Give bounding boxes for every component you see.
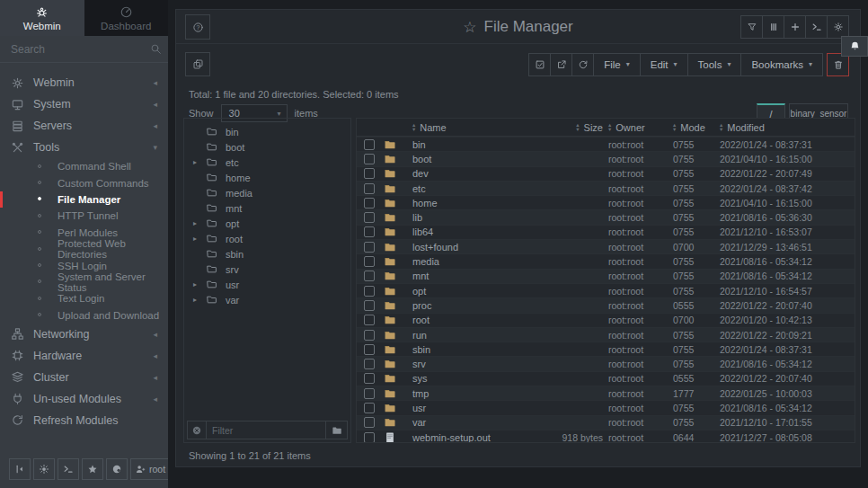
table-row[interactable]: homeroot:root07552021/04/10 - 16:15:00: [357, 195, 855, 209]
table-row[interactable]: mediaroot:root07552021/08/16 - 05:34:12: [357, 253, 855, 268]
table-row[interactable]: varroot:root07552021/12/10 - 17:01:55: [357, 415, 855, 430]
sort-icon[interactable]: ▴▾: [412, 123, 415, 131]
table-row[interactable]: runroot:root07552022/01/22 - 20:09:21: [357, 327, 855, 342]
cell-name[interactable]: boot: [412, 154, 522, 164]
sort-icon[interactable]: ▴▾: [673, 123, 676, 131]
cell-name[interactable]: etc: [412, 183, 522, 194]
tree-folder-button[interactable]: [325, 421, 347, 439]
cell-name[interactable]: var: [412, 417, 522, 428]
table-row[interactable]: lost+foundroot:root07002021/12/29 - 13:4…: [357, 239, 855, 253]
cell-name[interactable]: webmin-setup.out: [412, 432, 522, 443]
row-checkbox[interactable]: [364, 373, 375, 384]
table-row[interactable]: mntroot:root07552021/08/16 - 05:34:12: [357, 269, 855, 283]
table-row[interactable]: usrroot:root07552021/08/16 - 05:34:12: [357, 400, 855, 414]
menu-file-button[interactable]: File▾: [593, 53, 641, 76]
favorite-star-icon[interactable]: ☆: [463, 18, 476, 37]
terminal-button[interactable]: [805, 15, 828, 39]
sidebar-subitem-custom-commands[interactable]: Custom Commands: [0, 174, 168, 191]
expand-arrow-icon[interactable]: ▸: [193, 280, 206, 288]
sidebar-item-hardware[interactable]: Hardware◂: [0, 345, 168, 367]
table-row[interactable]: devroot:root07552022/01/22 - 20:07:49: [357, 166, 855, 181]
row-checkbox[interactable]: [364, 139, 375, 150]
sort-icon[interactable]: ▴▾: [576, 123, 579, 131]
user-button[interactable]: root: [130, 458, 170, 480]
row-checkbox[interactable]: [364, 417, 375, 428]
table-row[interactable]: procroot:root05552022/01/22 - 20:07:40: [357, 297, 855, 312]
sort-icon[interactable]: ▴▾: [720, 123, 722, 131]
collapse-button[interactable]: [9, 458, 31, 480]
sidebar-subitem-system-and-server-status[interactable]: System and Server Status: [0, 274, 168, 290]
table-row[interactable]: tmproot:root17772022/01/25 - 10:00:03: [357, 386, 855, 400]
table-row[interactable]: sbinroot:root07552022/01/24 - 08:37:31: [357, 342, 855, 356]
row-checkbox[interactable]: [364, 344, 375, 355]
cell-name[interactable]: opt: [412, 286, 522, 297]
menu-bookmarks-button[interactable]: Bookmarks▾: [740, 53, 823, 76]
cell-name[interactable]: run: [412, 330, 522, 341]
tree-item-home[interactable]: home: [184, 170, 350, 185]
expand-arrow-icon[interactable]: ▸: [193, 219, 206, 227]
row-checkbox[interactable]: [364, 168, 375, 179]
sidebar-subitem-http-tunnel[interactable]: HTTP Tunnel: [0, 208, 168, 224]
row-checkbox[interactable]: [364, 300, 375, 311]
tree-item-root[interactable]: ▸root: [184, 231, 350, 246]
star-button[interactable]: [82, 458, 103, 480]
sidebar-search-input[interactable]: [11, 43, 150, 56]
row-checkbox[interactable]: [364, 198, 375, 209]
row-checkbox[interactable]: [364, 359, 375, 369]
cell-name[interactable]: dev: [412, 168, 522, 179]
column-header-owner[interactable]: ▴▾Owner: [608, 122, 673, 133]
row-checkbox[interactable]: [364, 286, 375, 297]
palette-button[interactable]: [106, 458, 128, 480]
sidebar-subitem-upload-and-download[interactable]: Upload and Download: [0, 307, 168, 324]
column-header-modified[interactable]: ▴▾Modified: [720, 122, 855, 133]
plus-button[interactable]: [784, 15, 806, 39]
column-header-mode[interactable]: ▴▾Mode: [673, 122, 720, 133]
sidebar-item-un-used-modules[interactable]: Un-used Modules◂: [0, 388, 168, 410]
table-row[interactable]: rootroot:root07002022/01/20 - 10:42:13: [357, 313, 855, 327]
row-checkbox[interactable]: [364, 271, 375, 281]
sun-button[interactable]: [33, 458, 55, 480]
row-checkbox[interactable]: [364, 256, 375, 267]
row-checkbox[interactable]: [364, 403, 375, 413]
cell-name[interactable]: proc: [412, 300, 522, 311]
tree-item-sbin[interactable]: sbin: [184, 246, 350, 262]
table-row[interactable]: sysroot:root05552022/01/22 - 20:07:40: [357, 371, 855, 386]
tree-item-opt[interactable]: ▸opt: [184, 216, 350, 231]
row-checkbox[interactable]: [364, 388, 375, 399]
copy-button[interactable]: [185, 52, 210, 76]
row-checkbox[interactable]: [364, 242, 375, 253]
tree-item-srv[interactable]: srv: [184, 262, 350, 277]
sidebar-item-servers[interactable]: Servers◂: [0, 115, 168, 137]
sort-icon[interactable]: ▴▾: [608, 123, 611, 131]
row-checkbox[interactable]: [364, 212, 375, 223]
expand-arrow-icon[interactable]: ▸: [193, 235, 206, 243]
cell-name[interactable]: sys: [412, 373, 522, 384]
tree-item-etc[interactable]: ▸etc: [184, 155, 350, 170]
menu-tools-button[interactable]: Tools▾: [687, 53, 742, 76]
expand-arrow-icon[interactable]: ▸: [193, 296, 206, 304]
tree-item-usr[interactable]: ▸usr: [184, 277, 350, 292]
cell-name[interactable]: root: [412, 315, 522, 325]
tree-item-bin[interactable]: bin: [184, 124, 350, 139]
columns-button[interactable]: [762, 15, 784, 39]
clear-filter-button[interactable]: [188, 425, 206, 436]
row-checkbox[interactable]: [364, 330, 375, 341]
cell-name[interactable]: bin: [412, 139, 522, 150]
table-row[interactable]: bootroot:root07552021/04/10 - 16:15:00: [357, 151, 855, 165]
tree-item-var[interactable]: ▸var: [184, 292, 350, 307]
row-checkbox[interactable]: [364, 226, 375, 237]
sidebar-item-tools[interactable]: Tools▾: [0, 137, 168, 158]
cell-name[interactable]: home: [412, 198, 522, 209]
sidebar-subitem-file-manager[interactable]: File Manager: [0, 191, 168, 208]
share-button[interactable]: [550, 53, 572, 76]
tab-dashboard[interactable]: Dashboard: [84, 0, 169, 36]
column-header-size[interactable]: ▴▾Size: [522, 122, 608, 133]
table-row[interactable]: srvroot:root07552021/08/16 - 05:34:12: [357, 356, 855, 370]
cell-name[interactable]: mnt: [412, 271, 522, 281]
sidebar-item-webmin[interactable]: Webmin◂: [0, 72, 168, 93]
sidebar-item-system[interactable]: System◂: [0, 93, 168, 115]
row-checkbox[interactable]: [364, 154, 375, 164]
notifications-button[interactable]: [841, 36, 868, 57]
cell-name[interactable]: sbin: [412, 344, 522, 355]
cell-name[interactable]: usr: [412, 403, 522, 413]
